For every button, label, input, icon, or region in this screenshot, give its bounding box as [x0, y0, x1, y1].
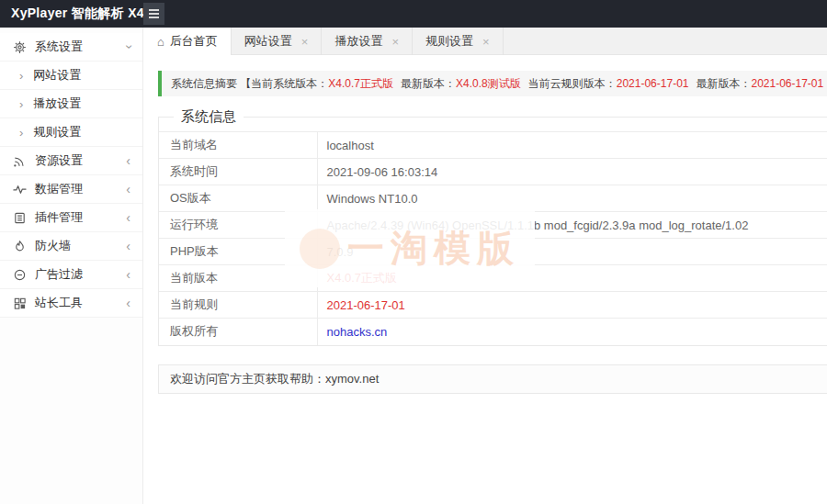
home-icon: ⌂ [157, 35, 164, 49]
sidebar-item-label: 资源设置 [35, 152, 83, 169]
app-header: XyPlayer 智能解析 X4 [0, 0, 827, 28]
latest-rule-version-value: 2021-06-17-01 [751, 77, 823, 90]
tab-bar: ⌂ 后台首页 网站设置 × 播放设置 × 规则设置 × [144, 28, 827, 55]
panel-title: 系统信息 [174, 108, 244, 126]
alert-prefix: 系统信息摘要 【 [171, 77, 251, 90]
sidebar-item-rule-settings[interactable]: › 规则设置 [0, 118, 142, 147]
row-value: 7.0.9 [317, 239, 827, 265]
row-value: 2021-06-17-01 [317, 292, 827, 319]
tab-play-settings[interactable]: 播放设置 × [322, 28, 413, 55]
plugin-icon [12, 210, 27, 225]
tab-home[interactable]: ⌂ 后台首页 [144, 28, 232, 55]
sidebar-item-firewall[interactable]: 防火墙 ‹ [0, 232, 142, 261]
table-row: 当前版本 X4.0.7正式版 [159, 265, 827, 292]
row-label: OS版本 [159, 185, 317, 212]
alert-label: 当前系统版本： [251, 77, 328, 90]
chevron-left-icon: ‹ [126, 183, 130, 196]
sidebar-item-system-settings[interactable]: 系统设置 ‹ [0, 33, 142, 62]
sidebar-item-play-settings[interactable]: › 播放设置 [0, 90, 142, 118]
sidebar-subitem-label: 网站设置 [33, 67, 81, 84]
row-label: PHP版本 [159, 239, 317, 265]
sidebar: 系统设置 ‹ › 网站设置 › 播放设置 › 规则设置 资源设置 ‹ 数据管理 … [0, 28, 143, 504]
table-row: 当前域名 localhost [159, 132, 827, 159]
pulse-icon [12, 182, 27, 196]
row-value: 2021-09-06 16:03:14 [317, 159, 827, 185]
chevron-right-icon: › [19, 97, 23, 111]
sidebar-item-label: 防火墙 [35, 238, 71, 254]
sidebar-item-data-management[interactable]: 数据管理 ‹ [0, 175, 142, 204]
row-label: 运行环境 [159, 212, 317, 239]
table-row: OS版本 Windows NT10.0 [159, 185, 827, 212]
chevron-left-icon: ‹ [126, 240, 130, 252]
close-icon[interactable]: × [482, 35, 490, 49]
table-row: PHP版本 7.0.9 [159, 239, 827, 265]
current-version-text: X4.0.7正式版 [327, 271, 398, 285]
row-value: localhost [317, 132, 827, 159]
sidebar-subitem-label: 规则设置 [33, 124, 81, 140]
table-row: 运行环境 Apache/2.4.39 (Win64) OpenSSL/1.1.1… [159, 212, 827, 239]
tab-label: 网站设置 [244, 33, 292, 50]
sidebar-item-site-settings[interactable]: › 网站设置 [0, 62, 142, 90]
tab-label: 播放设置 [334, 33, 382, 50]
copyright-link[interactable]: nohacks.cn [327, 325, 388, 339]
cloud-rule-version-value: 2021-06-17-01 [617, 77, 689, 90]
sidebar-item-label: 数据管理 [35, 181, 83, 197]
help-message: 欢迎访问官方主页获取帮助：xymov.net [170, 372, 379, 386]
table-row: 版权所有 nohacks.cn [159, 319, 827, 345]
grid-icon [12, 296, 27, 310]
tab-site-settings[interactable]: 网站设置 × [232, 28, 323, 55]
hamburger-icon [149, 9, 159, 11]
page-content: 系统信息摘要 【当前系统版本：X4.0.7正式版最新版本：X4.0.8测试版当前… [144, 55, 827, 394]
row-label: 当前域名 [159, 132, 317, 159]
sidebar-item-label: 系统设置 [35, 39, 83, 55]
system-info-panel: 系统信息 当前域名 localhost 系统时间 2021-09-06 16:0… [158, 117, 827, 346]
chevron-down-icon: ‹ [122, 45, 135, 50]
row-label: 系统时间 [159, 159, 317, 185]
sidebar-item-label: 站长工具 [35, 295, 83, 311]
sidebar-item-label: 插件管理 [35, 209, 83, 226]
close-icon[interactable]: × [391, 35, 399, 49]
table-row: 系统时间 2021-09-06 16:03:14 [159, 159, 827, 185]
sidebar-item-label: 广告过滤 [35, 266, 83, 283]
close-icon[interactable]: × [301, 35, 309, 49]
sidebar-item-ad-filter[interactable]: 广告过滤 ‹ [0, 261, 142, 289]
sidebar-item-plugin-management[interactable]: 插件管理 ‹ [0, 204, 142, 232]
alert-label: 当前云规则版本： [528, 77, 617, 90]
alert-label: 最新版本： [696, 77, 751, 90]
sidebar-item-webmaster-tools[interactable]: 站长工具 ‹ [0, 289, 142, 318]
chevron-left-icon: ‹ [126, 211, 130, 224]
row-label: 当前规则 [159, 292, 317, 319]
sidebar-item-resource-settings[interactable]: 资源设置 ‹ [0, 147, 142, 175]
row-label: 当前版本 [159, 265, 317, 292]
chevron-left-icon: ‹ [126, 154, 130, 167]
row-label: 版权所有 [159, 319, 317, 345]
chevron-left-icon: ‹ [126, 268, 130, 281]
table-row: 当前规则 2021-06-17-01 [159, 292, 827, 319]
app-title: XyPlayer 智能解析 X4 [0, 6, 144, 22]
tab-label: 后台首页 [170, 33, 218, 50]
sidebar-subitem-label: 播放设置 [33, 95, 81, 112]
tab-rule-settings[interactable]: 规则设置 × [413, 28, 504, 55]
help-footer: 欢迎访问官方主页获取帮助：xymov.net [158, 364, 827, 394]
chevron-left-icon: ‹ [126, 297, 130, 309]
current-rule-text: 2021-06-17-01 [327, 298, 405, 312]
system-summary-alert: 系统信息摘要 【当前系统版本：X4.0.7正式版最新版本：X4.0.8测试版当前… [158, 71, 827, 96]
system-info-table: 当前域名 localhost 系统时间 2021-09-06 16:03:14 … [159, 131, 827, 345]
chevron-right-icon: › [19, 69, 23, 83]
row-value: X4.0.7正式版 [317, 265, 827, 292]
main-area: ⌂ 后台首页 网站设置 × 播放设置 × 规则设置 × 系统信息摘要 【当前系统… [144, 28, 827, 504]
alert-label: 最新版本： [401, 77, 456, 90]
fire-icon [12, 239, 27, 253]
row-value: Apache/2.4.39 (Win64) OpenSSL/1.1.1b mod… [317, 212, 827, 239]
latest-version-value: X4.0.8测试版 [456, 77, 521, 90]
sidebar-collapse-button[interactable] [143, 3, 164, 25]
row-value: nohacks.cn [317, 319, 827, 345]
gear-icon [12, 39, 27, 54]
row-value: Windows NT10.0 [317, 185, 827, 212]
rss-icon [12, 153, 27, 168]
current-version-value: X4.0.7正式版 [328, 77, 393, 90]
block-icon [12, 267, 27, 282]
chevron-right-icon: › [19, 126, 23, 140]
tab-label: 规则设置 [425, 33, 473, 50]
